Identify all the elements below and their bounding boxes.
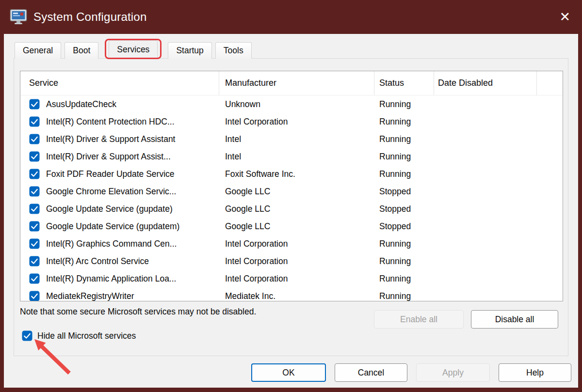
tab-strip: GeneralBootServicesStartupTools [15, 40, 252, 59]
table-row[interactable]: Google Chrome Elevation Servic...Google … [20, 183, 563, 200]
service-status: Running [374, 256, 434, 267]
column-header-manufacturer[interactable]: Manufacturer [219, 71, 374, 95]
tab-services[interactable]: Services [109, 40, 158, 59]
column-header-date-disabled[interactable]: Date Disabled [434, 71, 537, 95]
service-cell: Google Update Service (gupdatem) [20, 221, 219, 232]
service-cell: MediatekRegistryWriter [20, 291, 219, 301]
service-status: Running [374, 239, 434, 249]
service-name: Intel(R) Dynamic Application Loa... [46, 274, 176, 284]
table-row[interactable]: AsusUpdateCheckUnknownRunning [20, 95, 563, 113]
service-manufacturer: Intel Corporation [219, 256, 374, 267]
dialog-body: GeneralBootServicesStartupTools ServiceM… [4, 34, 578, 388]
service-manufacturer: Unknown [219, 99, 374, 110]
service-manufacturer: Google LLC [219, 204, 374, 214]
service-status: Running [374, 274, 434, 284]
tab-startup[interactable]: Startup [168, 42, 211, 59]
table-row[interactable]: Intel(R) Dynamic Application Loa...Intel… [20, 270, 563, 287]
service-checkbox[interactable] [29, 291, 40, 301]
service-checkbox[interactable] [29, 151, 40, 162]
close-icon[interactable]: ✕ [559, 11, 570, 24]
service-cell: Google Chrome Elevation Servic... [20, 186, 219, 197]
msconfig-app-icon [10, 8, 27, 26]
service-name: Intel(R) Graphics Command Cen... [46, 239, 177, 249]
service-status: Stopped [374, 187, 434, 197]
enable-all-button: Enable all [374, 310, 464, 329]
table-row[interactable]: Intel(R) Graphics Command Cen...Intel Co… [20, 235, 563, 252]
table-row[interactable]: Intel(R) Arc Control ServiceIntel Corpor… [20, 252, 563, 270]
service-checkbox[interactable] [29, 99, 40, 110]
hide-microsoft-services-label: Hide all Microsoft services [37, 331, 136, 341]
service-cell: Intel(R) Driver & Support Assist... [20, 151, 219, 162]
tab-tools[interactable]: Tools [215, 42, 252, 59]
disable-all-button[interactable]: Disable all [471, 310, 558, 329]
service-status: Running [374, 169, 434, 179]
column-header-status[interactable]: Status [374, 71, 434, 95]
service-status: Running [374, 99, 434, 110]
service-checkbox[interactable] [29, 169, 40, 179]
service-status: Stopped [374, 204, 434, 214]
service-checkbox[interactable] [29, 134, 40, 144]
services-tab-annotation-box [105, 39, 162, 59]
service-checkbox[interactable] [29, 221, 40, 232]
hide-microsoft-services-row[interactable]: Hide all Microsoft services [22, 330, 136, 341]
service-checkbox[interactable] [29, 273, 40, 284]
service-name: Google Chrome Elevation Servic... [46, 187, 176, 197]
service-checkbox[interactable] [29, 116, 40, 127]
service-manufacturer: Intel [219, 152, 374, 162]
service-checkbox[interactable] [29, 238, 40, 249]
services-list: ServiceManufacturerStatusDate Disabled A… [20, 71, 563, 301]
tab-boot[interactable]: Boot [65, 42, 98, 59]
service-cell: Intel(R) Driver & Support Assistant [20, 134, 219, 144]
cancel-button[interactable]: Cancel [335, 363, 407, 382]
service-cell: Intel(R) Graphics Command Cen... [20, 238, 219, 249]
window-title: System Configuration [33, 10, 146, 24]
service-name: Foxit PDF Reader Update Service [46, 169, 175, 179]
service-cell: Intel(R) Dynamic Application Loa... [20, 273, 219, 284]
service-checkbox[interactable] [29, 204, 40, 214]
service-name: Google Update Service (gupdate) [46, 204, 173, 214]
ok-button[interactable]: OK [251, 363, 326, 382]
table-row[interactable]: Intel(R) Driver & Support Assist...Intel… [20, 148, 563, 165]
hide-microsoft-services-checkbox[interactable] [22, 330, 32, 341]
services-table-header: ServiceManufacturerStatusDate Disabled [20, 71, 563, 95]
service-manufacturer: Intel Corporation [219, 117, 374, 127]
service-cell: AsusUpdateCheck [20, 99, 219, 110]
titlebar: System Configuration ✕ [0, 0, 582, 34]
service-checkbox[interactable] [29, 256, 40, 267]
service-manufacturer: Intel Corporation [219, 274, 374, 284]
service-manufacturer: Intel [219, 134, 374, 144]
services-tab-page: ServiceManufacturerStatusDate Disabled A… [14, 58, 568, 356]
table-row[interactable]: Intel(R) Driver & Support AssistantIntel… [20, 130, 563, 148]
service-manufacturer: Foxit Software Inc. [219, 169, 374, 179]
service-manufacturer: Mediatek Inc. [219, 291, 374, 301]
service-cell: Google Update Service (gupdate) [20, 204, 219, 214]
services-table-body: AsusUpdateCheckUnknownRunningIntel(R) Co… [20, 95, 563, 301]
service-checkbox[interactable] [29, 186, 40, 197]
service-status: Running [374, 117, 434, 127]
service-cell: Intel(R) Content Protection HDC... [20, 116, 219, 127]
service-status: Running [374, 291, 434, 301]
service-cell: Foxit PDF Reader Update Service [20, 169, 219, 179]
service-name: Intel(R) Driver & Support Assistant [46, 134, 175, 144]
table-row[interactable]: Intel(R) Content Protection HDC...Intel … [20, 113, 563, 130]
service-manufacturer: Google LLC [219, 187, 374, 197]
tab-general[interactable]: General [15, 42, 61, 59]
service-status: Running [374, 134, 434, 144]
service-name: AsusUpdateCheck [46, 99, 116, 110]
table-row[interactable]: MediatekRegistryWriterMediatek Inc.Runni… [20, 287, 563, 301]
service-name: Intel(R) Content Protection HDC... [46, 117, 175, 127]
apply-button: Apply [416, 363, 490, 382]
service-name: Google Update Service (gupdatem) [46, 221, 179, 232]
help-button[interactable]: Help [499, 363, 571, 382]
table-row[interactable]: Foxit PDF Reader Update ServiceFoxit Sof… [20, 165, 563, 183]
table-row[interactable]: Google Update Service (gupdate)Google LL… [20, 200, 563, 218]
service-status: Stopped [374, 221, 434, 232]
service-name: MediatekRegistryWriter [46, 291, 134, 301]
service-status: Running [374, 152, 434, 162]
note-text: Note that some secure Microsoft services… [20, 307, 256, 317]
service-cell: Intel(R) Arc Control Service [20, 256, 219, 267]
table-row[interactable]: Google Update Service (gupdatem)Google L… [20, 218, 563, 235]
service-manufacturer: Intel Corporation [219, 239, 374, 249]
column-header-service[interactable]: Service [20, 71, 219, 95]
service-name: Intel(R) Driver & Support Assist... [46, 152, 171, 162]
